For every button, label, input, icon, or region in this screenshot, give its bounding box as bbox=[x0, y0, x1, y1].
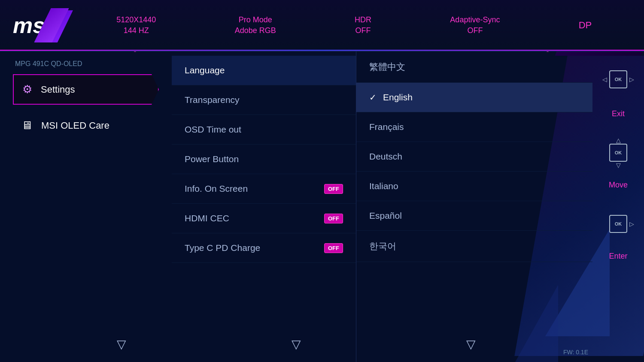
monitor-label: MPG 491C QD-OLED bbox=[13, 60, 159, 68]
lang-item-english[interactable]: ✓ English bbox=[356, 83, 592, 112]
hdmi-cec-badge: OFF bbox=[324, 214, 343, 223]
msi-logo: msi bbox=[13, 12, 52, 38]
ok-center-move: OK bbox=[609, 144, 627, 162]
header: msi 5120X1440 144 HZ Pro Mode Adobe RGB … bbox=[0, 0, 644, 51]
lang-item-french[interactable]: Français bbox=[356, 112, 592, 142]
move-button[interactable]: △ ▽ OK bbox=[603, 138, 633, 168]
sidebar-item-oled-care[interactable]: 🖥 MSI OLED Care bbox=[13, 111, 159, 140]
firmware-label: FW: 0.1E bbox=[563, 349, 588, 356]
adaptive-sync-stat: Adaptive-Sync OFF bbox=[450, 15, 500, 36]
right-down-arrow[interactable]: ▽ bbox=[466, 337, 476, 351]
enter-label: Enter bbox=[609, 252, 627, 261]
mode-stat: Pro Mode Adobe RGB bbox=[235, 15, 276, 36]
menu-item-type-c-pd[interactable]: Type C PD Charge OFF bbox=[172, 233, 356, 263]
sidebar-item-settings[interactable]: ⚙ Settings bbox=[13, 74, 159, 105]
ok-center-label: OK bbox=[609, 70, 627, 88]
sidebar-settings-label: Settings bbox=[41, 84, 75, 95]
menu-item-power-button[interactable]: Power Button bbox=[172, 145, 356, 174]
type-c-badge: OFF bbox=[324, 243, 343, 253]
center-menu: Language Transparency OSD Time out Power… bbox=[172, 51, 356, 362]
right-controls: ◁ ▷ OK Exit △ ▽ OK Move bbox=[592, 51, 644, 362]
arrow-left-icon: ◁ bbox=[602, 76, 607, 83]
lang-item-german[interactable]: Deutsch bbox=[356, 142, 592, 172]
settings-icon: ⚙ bbox=[22, 83, 32, 96]
language-list: 繁體中文 ✓ English Français Deutsch Italiano… bbox=[356, 51, 592, 362]
move-label: Move bbox=[609, 181, 628, 190]
ok-button-top[interactable]: ◁ ▷ OK bbox=[603, 64, 633, 94]
header-stats: 5120X1440 144 HZ Pro Mode Adobe RGB HDR … bbox=[77, 15, 631, 36]
sidebar-oled-label: MSI OLED Care bbox=[41, 120, 109, 131]
lang-item-spanish[interactable]: Español bbox=[356, 201, 592, 231]
info-screen-badge: OFF bbox=[324, 184, 343, 194]
port-stat: DP bbox=[579, 19, 592, 32]
menu-item-hdmi-cec[interactable]: HDMI CEC OFF bbox=[172, 204, 356, 233]
enter-button[interactable]: ▷ OK bbox=[603, 209, 633, 239]
menu-item-osd-timeout[interactable]: OSD Time out bbox=[172, 115, 356, 145]
ok-center-enter: OK bbox=[609, 215, 627, 233]
exit-label: Exit bbox=[612, 109, 625, 118]
center-down-arrow[interactable]: ▽ bbox=[292, 337, 301, 351]
arrow-up-icon: △ bbox=[616, 137, 621, 144]
sidebar: MPG 491C QD-OLED ⚙ Settings 🖥 MSI OLED C… bbox=[0, 51, 172, 362]
left-down-arrow[interactable]: ▽ bbox=[117, 337, 126, 351]
lang-item-traditional-chinese[interactable]: 繁體中文 bbox=[356, 51, 592, 83]
arrow-right-icon: ▷ bbox=[629, 76, 634, 83]
resolution-stat: 5120X1440 144 HZ bbox=[116, 15, 156, 36]
arrow-right-enter-icon: ▷ bbox=[629, 220, 634, 227]
hdr-stat: HDR OFF bbox=[355, 15, 371, 36]
lang-item-italian[interactable]: Italiano bbox=[356, 172, 592, 201]
menu-item-info-on-screen[interactable]: Info. On Screen OFF bbox=[172, 174, 356, 204]
check-icon: ✓ bbox=[369, 92, 377, 103]
main-content: MPG 491C QD-OLED ⚙ Settings 🖥 MSI OLED C… bbox=[0, 51, 644, 362]
menu-item-transparency[interactable]: Transparency bbox=[172, 85, 356, 115]
arrow-down-icon: ▽ bbox=[616, 162, 621, 169]
bottom-arrows: ▽ ▽ ▽ bbox=[0, 337, 592, 351]
lang-item-korean[interactable]: 한국어 bbox=[356, 231, 592, 262]
menu-item-language[interactable]: Language bbox=[172, 56, 356, 85]
monitor-icon: 🖥 bbox=[21, 119, 33, 132]
